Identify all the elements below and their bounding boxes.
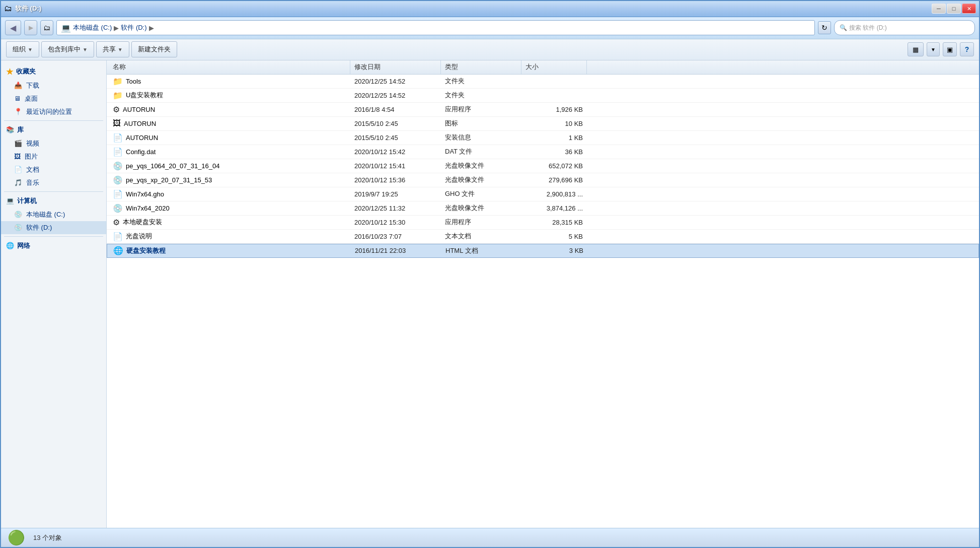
close-button[interactable]: ✕ (962, 4, 976, 14)
file-date: 2020/12/25 11:32 (350, 204, 441, 212)
library-header[interactable]: 📚 库 (1, 123, 106, 137)
documents-icon: 📄 (14, 166, 22, 173)
computer-icon: 💻 (61, 23, 71, 33)
desktop-label: 桌面 (25, 94, 38, 103)
network-label: 网络 (17, 241, 30, 250)
new-folder-button[interactable]: 新建文件夹 (131, 41, 177, 57)
file-date: 2015/5/10 2:45 (350, 134, 441, 142)
library-section: 📚 库 🎬 视频 🖼 图片 📄 文档 🎵 音乐 (1, 123, 106, 189)
up-button[interactable]: 🗂 (40, 20, 53, 35)
computer-header[interactable]: 💻 计算机 (1, 194, 106, 208)
sidebar-item-documents[interactable]: 📄 文档 (1, 163, 106, 176)
file-type: 光盘映像文件 (441, 203, 521, 213)
sidebar-divider-3 (4, 236, 103, 237)
file-icon: 🖼 (113, 119, 121, 128)
file-size: 36 KB (521, 148, 587, 156)
sidebar-item-d-drive[interactable]: 💿 软件 (D:) (1, 221, 106, 234)
organize-arrow: ▼ (28, 47, 33, 52)
window-title: 软件 (D:) (15, 4, 41, 13)
library-label: 库 (17, 125, 24, 134)
table-row[interactable]: 📄 Config.dat 2020/10/12 15:42 DAT 文件 36 … (107, 145, 979, 159)
file-date: 2016/10/23 7:07 (350, 233, 441, 240)
sidebar-item-desktop[interactable]: 🖥 桌面 (1, 92, 106, 105)
network-header[interactable]: 🌐 网络 (1, 239, 106, 253)
col-header-type[interactable]: 类型 (441, 60, 521, 74)
recent-icon: 📍 (14, 108, 22, 115)
status-text: 13 个对象 (33, 533, 62, 542)
help-button[interactable]: ? (960, 42, 974, 56)
table-row[interactable]: 🖼 AUTORUN 2015/5/10 2:45 图标 10 KB (107, 117, 979, 131)
file-icon: 📄 (113, 232, 123, 241)
file-name: 本地硬盘安装 (123, 218, 162, 227)
view-toggle-button[interactable]: ▦ (908, 42, 924, 56)
table-row[interactable]: 📁 Tools 2020/12/25 14:52 文件夹 (107, 75, 979, 89)
file-icon: 📄 (113, 133, 123, 143)
computer-label: 计算机 (17, 196, 37, 206)
col-header-date[interactable]: 修改日期 (350, 60, 441, 74)
back-button[interactable]: ◀ (5, 20, 21, 35)
sidebar-divider-2 (4, 191, 103, 192)
table-row[interactable]: 💿 pe_yqs_1064_20_07_31_16_04 2020/10/12 … (107, 159, 979, 173)
file-icon: ⚙ (113, 105, 120, 114)
refresh-icon: ↻ (821, 24, 827, 32)
file-type: 安装信息 (441, 133, 521, 142)
downloads-icon: 📥 (14, 82, 22, 89)
col-header-name[interactable]: 名称 (109, 60, 350, 74)
file-size: 2,900,813 ... (521, 190, 587, 198)
table-row[interactable]: 📄 Win7x64.gho 2019/9/7 19:25 GHO 文件 2,90… (107, 187, 979, 201)
file-date: 2015/5/10 2:45 (350, 120, 441, 127)
file-date: 2020/10/12 15:36 (350, 176, 441, 184)
table-row[interactable]: 💿 Win7x64_2020 2020/12/25 11:32 光盘映像文件 3… (107, 201, 979, 216)
refresh-button[interactable]: ↻ (818, 21, 831, 34)
breadcrumb-sep2: ▶ (149, 24, 154, 32)
maximize-button[interactable]: □ (947, 4, 961, 14)
sidebar-item-recent[interactable]: 📍 最近访问的位置 (1, 105, 106, 118)
minimize-button[interactable]: ─ (932, 4, 946, 14)
sidebar-item-pictures[interactable]: 🖼 图片 (1, 150, 106, 163)
file-date: 2020/10/12 15:42 (350, 148, 441, 156)
breadcrumb-computer[interactable]: 本地磁盘 (C:) (73, 23, 112, 32)
desktop-icon: 🖥 (14, 95, 21, 102)
file-name: AUTORUN (124, 120, 156, 127)
favorites-header[interactable]: ★ 收藏夹 (1, 64, 106, 79)
sidebar: ★ 收藏夹 📥 下载 🖥 桌面 📍 最近访问的位置 (1, 60, 107, 528)
table-row[interactable]: 📁 U盘安装教程 2020/12/25 14:52 文件夹 (107, 89, 979, 103)
share-label: 共享 (103, 45, 116, 54)
organize-button[interactable]: 组织 ▼ (6, 41, 39, 57)
file-name: AUTORUN (123, 106, 155, 113)
sidebar-item-c-drive[interactable]: 💿 本地磁盘 (C:) (1, 208, 106, 221)
file-icon: 🌐 (113, 246, 123, 255)
table-row[interactable]: 🌐 硬盘安装教程 2016/11/21 22:03 HTML 文档 3 KB (107, 244, 979, 258)
table-row[interactable]: 💿 pe_yqs_xp_20_07_31_15_53 2020/10/12 15… (107, 173, 979, 187)
col-header-size[interactable]: 大小 (521, 60, 587, 74)
search-box[interactable]: 🔍 搜索 软件 (D:) (834, 20, 975, 35)
main-area: ★ 收藏夹 📥 下载 🖥 桌面 📍 最近访问的位置 (1, 60, 979, 528)
organize-label: 组织 (13, 45, 26, 54)
downloads-label: 下载 (26, 81, 39, 90)
preview-button[interactable]: ▣ (943, 42, 957, 56)
add-to-library-button[interactable]: 包含到库中 ▼ (41, 41, 94, 57)
sidebar-item-music[interactable]: 🎵 音乐 (1, 176, 106, 189)
file-date: 2020/12/25 14:52 (350, 78, 441, 85)
table-row[interactable]: ⚙ 本地硬盘安装 2020/10/12 15:30 应用程序 28,315 KB (107, 216, 979, 230)
window-controls: ─ □ ✕ (932, 4, 976, 14)
file-date: 2016/1/8 4:54 (350, 106, 441, 113)
forward-button[interactable]: ▶ (24, 20, 37, 35)
breadcrumb: 💻 本地磁盘 (C:) ▶ 软件 (D:) ▶ (56, 20, 815, 35)
view-arrow-button[interactable]: ▼ (927, 42, 940, 56)
file-icon: 💿 (113, 161, 123, 171)
table-row[interactable]: 📄 AUTORUN 2015/5/10 2:45 安装信息 1 KB (107, 131, 979, 145)
sidebar-item-video[interactable]: 🎬 视频 (1, 137, 106, 150)
view-arrow-icon: ▼ (931, 47, 936, 52)
file-date: 2019/9/7 19:25 (350, 190, 441, 198)
sidebar-item-downloads[interactable]: 📥 下载 (1, 79, 106, 92)
breadcrumb-drive[interactable]: 软件 (D:) (121, 23, 146, 32)
file-type: 光盘映像文件 (441, 161, 521, 170)
table-row[interactable]: 📄 光盘说明 2016/10/23 7:07 文本文档 5 KB (107, 230, 979, 244)
file-icon: 📁 (113, 91, 123, 100)
table-row[interactable]: ⚙ AUTORUN 2016/1/8 4:54 应用程序 1,926 KB (107, 103, 979, 117)
file-size: 28,315 KB (521, 219, 587, 226)
share-button[interactable]: 共享 ▼ (96, 41, 129, 57)
file-type: 应用程序 (441, 218, 521, 227)
computer-sidebar-icon: 💻 (6, 197, 14, 204)
